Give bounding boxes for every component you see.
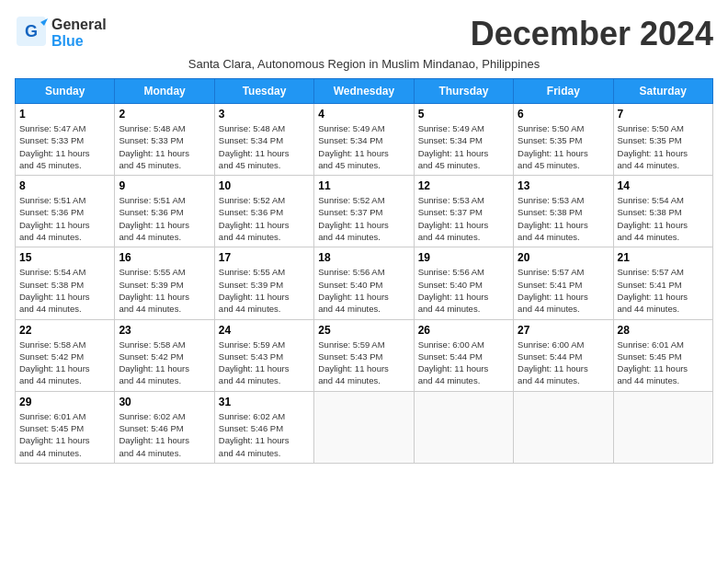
day-number: 24 [219, 324, 310, 337]
col-header-saturday: Saturday [613, 79, 712, 104]
calendar-cell: 20Sunrise: 5:57 AMSunset: 5:41 PMDayligh… [514, 247, 613, 319]
calendar-cell: 9Sunrise: 5:51 AMSunset: 5:36 PMDaylight… [115, 176, 214, 247]
day-info: Sunrise: 6:01 AMSunset: 5:45 PMDaylight:… [19, 410, 110, 459]
calendar-week-row: 15Sunrise: 5:54 AMSunset: 5:38 PMDayligh… [16, 247, 713, 319]
day-info: Sunrise: 5:52 AMSunset: 5:36 PMDaylight:… [219, 194, 310, 243]
day-info: Sunrise: 5:55 AMSunset: 5:39 PMDaylight:… [219, 266, 310, 315]
page-subtitle: Santa Clara, Autonomous Region in Muslim… [15, 57, 713, 71]
col-header-thursday: Thursday [414, 79, 513, 104]
day-number: 26 [418, 324, 509, 337]
calendar-cell: 12Sunrise: 5:53 AMSunset: 5:37 PMDayligh… [414, 176, 513, 247]
day-number: 28 [618, 324, 709, 337]
day-number: 15 [19, 251, 110, 264]
day-info: Sunrise: 5:49 AMSunset: 5:34 PMDaylight:… [418, 122, 509, 171]
calendar-cell: 24Sunrise: 5:59 AMSunset: 5:43 PMDayligh… [214, 319, 313, 391]
day-info: Sunrise: 5:50 AMSunset: 5:35 PMDaylight:… [518, 122, 609, 171]
day-number: 2 [119, 108, 210, 121]
calendar-cell: 14Sunrise: 5:54 AMSunset: 5:38 PMDayligh… [613, 176, 712, 247]
calendar-week-row: 8Sunrise: 5:51 AMSunset: 5:36 PMDaylight… [16, 176, 713, 247]
day-info: Sunrise: 5:52 AMSunset: 5:37 PMDaylight:… [318, 194, 409, 243]
calendar-cell: 29Sunrise: 6:01 AMSunset: 5:45 PMDayligh… [16, 391, 115, 463]
day-info: Sunrise: 5:59 AMSunset: 5:43 PMDaylight:… [219, 339, 310, 387]
day-info: Sunrise: 5:58 AMSunset: 5:42 PMDaylight:… [19, 339, 110, 387]
calendar-cell: 4Sunrise: 5:49 AMSunset: 5:34 PMDaylight… [314, 104, 414, 176]
day-number: 16 [119, 251, 210, 264]
day-number: 11 [318, 179, 409, 192]
calendar-cell: 31Sunrise: 6:02 AMSunset: 5:46 PMDayligh… [214, 391, 313, 463]
day-info: Sunrise: 5:54 AMSunset: 5:38 PMDaylight:… [19, 266, 110, 315]
calendar-cell: 7Sunrise: 5:50 AMSunset: 5:35 PMDaylight… [613, 104, 712, 176]
day-info: Sunrise: 5:56 AMSunset: 5:40 PMDaylight:… [318, 266, 409, 315]
calendar-cell: 10Sunrise: 5:52 AMSunset: 5:36 PMDayligh… [214, 176, 313, 247]
day-number: 18 [318, 251, 409, 264]
calendar-cell [314, 391, 414, 463]
day-number: 3 [219, 108, 310, 121]
day-number: 8 [19, 179, 110, 192]
day-number: 9 [119, 179, 210, 192]
day-number: 29 [19, 396, 110, 408]
day-info: Sunrise: 6:00 AMSunset: 5:44 PMDaylight:… [418, 339, 509, 387]
day-info: Sunrise: 5:50 AMSunset: 5:35 PMDaylight:… [618, 122, 709, 171]
day-info: Sunrise: 5:55 AMSunset: 5:39 PMDaylight:… [119, 266, 210, 315]
col-header-monday: Monday [115, 79, 214, 104]
calendar-table: SundayMondayTuesdayWednesdayThursdayFrid… [15, 78, 713, 464]
col-header-wednesday: Wednesday [314, 79, 414, 104]
month-title: December 2024 [471, 15, 713, 53]
day-info: Sunrise: 5:49 AMSunset: 5:34 PMDaylight:… [318, 122, 409, 171]
day-info: Sunrise: 6:02 AMSunset: 5:46 PMDaylight:… [219, 410, 310, 459]
calendar-cell [514, 391, 613, 463]
day-number: 4 [318, 108, 409, 121]
day-info: Sunrise: 5:56 AMSunset: 5:40 PMDaylight:… [418, 266, 509, 315]
day-info: Sunrise: 5:57 AMSunset: 5:41 PMDaylight:… [518, 266, 609, 315]
calendar-cell: 13Sunrise: 5:53 AMSunset: 5:38 PMDayligh… [514, 176, 613, 247]
day-info: Sunrise: 5:51 AMSunset: 5:36 PMDaylight:… [119, 194, 210, 243]
day-number: 31 [219, 396, 310, 408]
logo-icon: G [15, 15, 48, 48]
day-info: Sunrise: 5:59 AMSunset: 5:43 PMDaylight:… [318, 339, 409, 387]
day-info: Sunrise: 5:58 AMSunset: 5:42 PMDaylight:… [119, 339, 210, 387]
calendar-cell: 26Sunrise: 6:00 AMSunset: 5:44 PMDayligh… [414, 319, 513, 391]
day-number: 1 [19, 108, 110, 121]
day-number: 21 [618, 251, 709, 264]
day-info: Sunrise: 5:53 AMSunset: 5:38 PMDaylight:… [518, 194, 609, 243]
svg-text:G: G [25, 22, 38, 40]
day-info: Sunrise: 5:48 AMSunset: 5:33 PMDaylight:… [119, 122, 210, 171]
day-number: 13 [518, 179, 609, 192]
calendar-cell: 22Sunrise: 5:58 AMSunset: 5:42 PMDayligh… [16, 319, 115, 391]
page-header: G General Blue December 2024 [15, 15, 713, 53]
day-number: 17 [219, 251, 310, 264]
calendar-cell: 25Sunrise: 5:59 AMSunset: 5:43 PMDayligh… [314, 319, 414, 391]
col-header-tuesday: Tuesday [214, 79, 313, 104]
calendar-week-row: 29Sunrise: 6:01 AMSunset: 5:45 PMDayligh… [16, 391, 713, 463]
col-header-sunday: Sunday [16, 79, 115, 104]
calendar-cell: 15Sunrise: 5:54 AMSunset: 5:38 PMDayligh… [16, 247, 115, 319]
day-number: 30 [119, 396, 210, 408]
calendar-cell: 11Sunrise: 5:52 AMSunset: 5:37 PMDayligh… [314, 176, 414, 247]
day-info: Sunrise: 5:53 AMSunset: 5:37 PMDaylight:… [418, 194, 509, 243]
day-number: 23 [119, 324, 210, 337]
logo-general: General [51, 17, 107, 32]
calendar-week-row: 22Sunrise: 5:58 AMSunset: 5:42 PMDayligh… [16, 319, 713, 391]
logo-blue: Blue [51, 33, 84, 49]
calendar-cell: 17Sunrise: 5:55 AMSunset: 5:39 PMDayligh… [214, 247, 313, 319]
day-info: Sunrise: 5:47 AMSunset: 5:33 PMDaylight:… [19, 122, 110, 171]
day-info: Sunrise: 5:51 AMSunset: 5:36 PMDaylight:… [19, 194, 110, 243]
day-number: 10 [219, 179, 310, 192]
logo: G General Blue [15, 15, 107, 52]
calendar-cell: 21Sunrise: 5:57 AMSunset: 5:41 PMDayligh… [613, 247, 712, 319]
day-number: 19 [418, 251, 509, 264]
day-info: Sunrise: 6:01 AMSunset: 5:45 PMDaylight:… [618, 339, 709, 387]
day-number: 14 [618, 179, 709, 192]
calendar-week-row: 1Sunrise: 5:47 AMSunset: 5:33 PMDaylight… [16, 104, 713, 176]
day-number: 22 [19, 324, 110, 337]
calendar-cell: 2Sunrise: 5:48 AMSunset: 5:33 PMDaylight… [115, 104, 214, 176]
calendar-cell: 28Sunrise: 6:01 AMSunset: 5:45 PMDayligh… [613, 319, 712, 391]
calendar-cell: 18Sunrise: 5:56 AMSunset: 5:40 PMDayligh… [314, 247, 414, 319]
day-info: Sunrise: 6:02 AMSunset: 5:46 PMDaylight:… [119, 410, 210, 459]
calendar-cell [414, 391, 513, 463]
day-number: 6 [518, 108, 609, 121]
calendar-cell: 19Sunrise: 5:56 AMSunset: 5:40 PMDayligh… [414, 247, 513, 319]
day-info: Sunrise: 5:54 AMSunset: 5:38 PMDaylight:… [618, 194, 709, 243]
calendar-cell: 6Sunrise: 5:50 AMSunset: 5:35 PMDaylight… [514, 104, 613, 176]
calendar-cell: 30Sunrise: 6:02 AMSunset: 5:46 PMDayligh… [115, 391, 214, 463]
